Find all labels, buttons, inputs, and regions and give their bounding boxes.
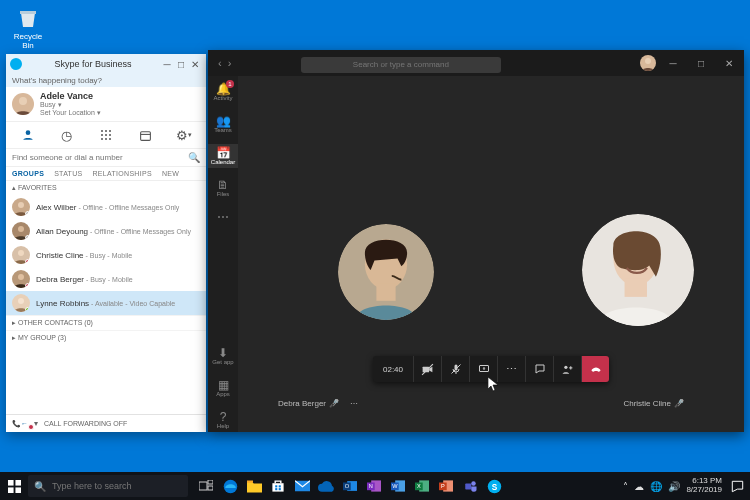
contact-status: - Busy - Mobile [86, 252, 133, 259]
contact-row[interactable]: Alex Wilber - Offline - Offline Messages… [6, 195, 206, 219]
file-explorer-icon[interactable] [242, 472, 266, 500]
taskbar-clock[interactable]: 6:13 PM 8/27/2019 [686, 477, 722, 495]
svg-rect-43 [8, 480, 14, 486]
store-icon[interactable] [266, 472, 290, 500]
rail-calendar[interactable]: 📅 Calendar [208, 144, 238, 168]
whats-happening-input[interactable]: What's happening today? [6, 74, 206, 87]
rail-more[interactable]: ⋯ [208, 208, 238, 226]
contact-row[interactable]: Christie Cline - Busy - Mobile [6, 243, 206, 267]
group-other-contacts[interactable]: ▸ OTHER CONTACTS (0) [6, 315, 206, 330]
recycle-bin-icon [16, 6, 40, 30]
favorites-header[interactable]: ▴ FAVORITES [6, 181, 206, 195]
contact-row[interactable]: Debra Berger - Busy - Mobile [6, 267, 206, 291]
svg-point-23 [18, 298, 24, 304]
task-view-button[interactable] [194, 472, 218, 500]
profile-name: Adele Vance [40, 91, 101, 101]
close-button[interactable]: ✕ [718, 58, 740, 69]
svg-text:O: O [345, 483, 350, 489]
contact-status: - Busy - Mobile [86, 276, 133, 283]
history-tab-icon[interactable]: ◷ [58, 126, 76, 144]
download-icon: ⬇ [218, 347, 228, 359]
maximize-button[interactable]: □ [690, 58, 712, 69]
contacts-tab-icon[interactable] [19, 126, 37, 144]
filter-groups[interactable]: GROUPS [12, 170, 44, 177]
meetings-tab-icon[interactable] [136, 126, 154, 144]
onenote-icon[interactable]: N [362, 472, 386, 500]
powerpoint-icon[interactable]: P [434, 472, 458, 500]
maximize-button[interactable]: □ [174, 59, 188, 70]
participant-video-1[interactable] [338, 224, 434, 320]
skype-footer: 📞← ▾ CALL FORWARDING OFF [6, 414, 206, 432]
profile-status[interactable]: Busy ▾ [40, 101, 101, 109]
settings-gear-icon[interactable]: ⚙▾ [175, 126, 193, 144]
start-button[interactable] [0, 472, 28, 500]
back-button[interactable]: ‹ [218, 57, 222, 69]
rail-teams[interactable]: 👥 Teams [208, 112, 238, 136]
call-forwarding-dropdown[interactable]: ▾ [34, 419, 38, 428]
recycle-bin[interactable]: Recycle Bin [8, 6, 48, 50]
self-avatar[interactable] [12, 93, 34, 115]
svg-rect-52 [272, 483, 283, 491]
svg-point-8 [109, 134, 111, 136]
profile-location[interactable]: Set Your Location ▾ [40, 109, 101, 117]
forward-button[interactable]: › [228, 57, 232, 69]
dialpad-tab-icon[interactable] [97, 126, 115, 144]
svg-rect-51 [247, 480, 253, 482]
profile-row[interactable]: Adele Vance Busy ▾ Set Your Location ▾ [6, 87, 206, 122]
svg-rect-46 [15, 487, 21, 493]
filter-new[interactable]: NEW [162, 170, 179, 177]
chat-button[interactable] [525, 356, 553, 382]
svg-point-74 [471, 481, 476, 486]
mail-icon[interactable] [290, 472, 314, 500]
call-forwarding-icon[interactable]: 📞← [12, 420, 28, 428]
action-center-button[interactable] [728, 477, 746, 495]
tray-network-icon[interactable]: 🌐 [650, 481, 662, 492]
outlook-icon[interactable]: O [338, 472, 362, 500]
close-button[interactable]: ✕ [188, 59, 202, 70]
rail-activity[interactable]: 🔔 1 Activity [208, 80, 238, 104]
svg-rect-54 [279, 485, 281, 487]
participant-video-2[interactable] [582, 214, 694, 326]
onedrive-icon[interactable] [314, 472, 338, 500]
minimize-button[interactable]: ─ [160, 59, 174, 70]
skype-search-input[interactable] [12, 151, 188, 164]
teams-search-input[interactable] [301, 57, 501, 73]
participant-more-button[interactable]: ⋯ [350, 399, 359, 408]
tray-volume-icon[interactable]: 🔊 [668, 481, 680, 492]
group-my-group[interactable]: ▸ MY GROUP (3) [6, 330, 206, 345]
skype-titlebar[interactable]: Skype for Business ─ □ ✕ [6, 54, 206, 74]
minimize-button[interactable]: ─ [662, 58, 684, 69]
teams-titlebar[interactable]: ‹ › ─ □ ✕ [208, 50, 744, 76]
search-icon[interactable]: 🔍 [188, 152, 200, 163]
rail-files[interactable]: 🗎 Files [208, 176, 238, 200]
word-icon[interactable]: W [386, 472, 410, 500]
svg-rect-44 [15, 480, 21, 486]
taskbar-search-input[interactable] [52, 481, 182, 491]
teams-icon: 👥 [216, 115, 231, 127]
filter-relationships[interactable]: RELATIONSHIPS [93, 170, 152, 177]
edge-icon[interactable] [218, 472, 242, 500]
filter-status[interactable]: STATUS [54, 170, 82, 177]
contact-status: - Available - Video Capable [91, 300, 175, 307]
tray-chevron-up-icon[interactable]: ˄ [623, 481, 628, 492]
participants-button[interactable] [553, 356, 581, 382]
rail-help[interactable]: ? Help [208, 408, 238, 432]
mic-button[interactable] [441, 356, 469, 382]
contact-row[interactable]: Allan Deyoung - Offline - Offline Messag… [6, 219, 206, 243]
participant-name-2: Christie Cline [623, 399, 671, 408]
rail-getapp[interactable]: ⬇ Get app [208, 344, 238, 368]
teams-self-avatar[interactable] [640, 55, 656, 71]
tray-onedrive-icon[interactable]: ☁ [634, 481, 644, 492]
skype-icon[interactable]: S [482, 472, 506, 500]
contact-row[interactable]: Lynne Robbins - Available - Video Capabl… [6, 291, 206, 315]
excel-icon[interactable]: X [410, 472, 434, 500]
self-presence-busy-icon [28, 424, 34, 430]
teams-icon[interactable] [458, 472, 482, 500]
hangup-button[interactable] [581, 356, 609, 382]
taskbar-search[interactable]: 🔍 [28, 475, 188, 497]
camera-button[interactable] [413, 356, 441, 382]
svg-point-9 [101, 138, 103, 140]
profile-info: Adele Vance Busy ▾ Set Your Location ▾ [40, 91, 101, 117]
rail-apps[interactable]: ▦ Apps [208, 376, 238, 400]
more-actions-button[interactable]: ⋯ [497, 356, 525, 382]
